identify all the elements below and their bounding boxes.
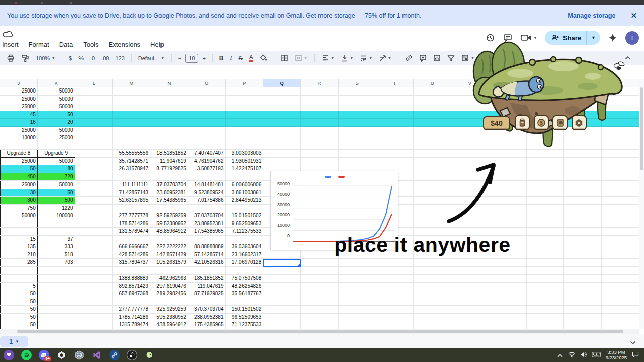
cell-N31[interactable]: 438.5964912: [150, 321, 188, 329]
cell-Z25[interactable]: [602, 275, 639, 283]
taskbar-discord-icon[interactable]: 9+: [38, 349, 49, 360]
cell-N7[interactable]: [150, 134, 188, 142]
account-avatar[interactable]: f: [625, 31, 639, 45]
column-header-N[interactable]: N: [150, 79, 188, 87]
cell-M18[interactable]: 178.5714286: [113, 220, 150, 228]
taskbar-visual-studio-icon[interactable]: [91, 349, 102, 360]
cell-X13[interactable]: [527, 181, 565, 189]
column-header-X[interactable]: X: [527, 79, 565, 87]
cell-J7[interactable]: 13000: [0, 134, 38, 142]
cell-S23[interactable]: [339, 259, 376, 267]
cell-P30[interactable]: 96.52509653: [226, 314, 264, 322]
cell-Y24[interactable]: [564, 267, 602, 275]
cell-X22[interactable]: [527, 251, 565, 259]
cell-R9[interactable]: [301, 150, 339, 158]
cell-X31[interactable]: [527, 321, 565, 329]
cell-Q4[interactable]: [263, 111, 301, 119]
inventory-jar-button[interactable]: [515, 115, 530, 130]
cell-R7[interactable]: [301, 134, 339, 142]
cell-M24[interactable]: [113, 267, 150, 275]
cell-J6[interactable]: 25000: [0, 127, 38, 135]
cell-O5[interactable]: [188, 119, 226, 127]
cell-Z21[interactable]: [602, 243, 639, 251]
cell-O21[interactable]: 88.88888889: [188, 243, 226, 251]
taskbar-github-icon[interactable]: [3, 349, 14, 360]
cell-K16[interactable]: 1220: [38, 205, 75, 213]
cell-J22[interactable]: 210: [0, 251, 38, 259]
column-header-M[interactable]: M: [113, 79, 150, 87]
cell-T27[interactable]: [376, 290, 414, 298]
cell-R25[interactable]: [301, 275, 339, 283]
cell-Z6[interactable]: [602, 127, 639, 135]
cell-J2[interactable]: 25000: [0, 96, 38, 104]
cell-K8[interactable]: [38, 142, 75, 150]
cell-L6[interactable]: [75, 127, 113, 135]
cell-T9[interactable]: [376, 150, 414, 158]
cell-L3[interactable]: [75, 103, 113, 111]
cell-R31[interactable]: [301, 321, 339, 329]
cell-J27[interactable]: 50: [0, 290, 38, 298]
cell-N4[interactable]: [150, 111, 188, 119]
cell-L13[interactable]: [75, 181, 113, 189]
cell-K26[interactable]: [38, 283, 75, 291]
cell-S9[interactable]: [339, 150, 376, 158]
cell-L24[interactable]: [75, 267, 113, 275]
text-rotation-button[interactable]: ▼: [377, 53, 394, 64]
cell-X23[interactable]: [527, 259, 565, 267]
cell-Y13[interactable]: [564, 181, 602, 189]
cell-O27[interactable]: 87.71929825: [188, 290, 226, 298]
cell-Y18[interactable]: [564, 220, 602, 228]
cell-J18[interactable]: [0, 220, 38, 228]
cell-Q27[interactable]: [263, 290, 301, 298]
cell-Q8[interactable]: [263, 142, 301, 150]
share-button[interactable]: Share ▼: [545, 31, 600, 45]
cell-M3[interactable]: [113, 103, 150, 111]
cell-J3[interactable]: 25000: [0, 103, 38, 111]
cell-S24[interactable]: [339, 267, 376, 275]
cell-R28[interactable]: [301, 298, 339, 306]
cell-K4[interactable]: 50: [38, 111, 75, 119]
cell-Q9[interactable]: [263, 150, 301, 158]
cell-S8[interactable]: [339, 142, 376, 150]
cell-Z3[interactable]: [602, 103, 639, 111]
cell-V26[interactable]: [451, 283, 489, 291]
banner-close-icon[interactable]: ✕: [630, 11, 637, 20]
cell-L15[interactable]: [75, 197, 113, 205]
taskbar-spotify-icon[interactable]: [21, 349, 32, 360]
cell-Y25[interactable]: [564, 275, 602, 283]
cell-Q31[interactable]: [263, 321, 301, 329]
menu-item-insert[interactable]: Insert: [0, 40, 24, 50]
cell-Z18[interactable]: [602, 220, 639, 228]
cell-M10[interactable]: 35.71428571: [113, 158, 150, 166]
cell-M11[interactable]: 26.31578947: [113, 165, 150, 173]
cell-Y20[interactable]: [564, 236, 602, 244]
cell-O24[interactable]: [188, 267, 226, 275]
column-header-R[interactable]: R: [301, 79, 339, 87]
cell-O30[interactable]: 238.0952381: [188, 314, 226, 322]
cell-K17[interactable]: 100000: [38, 212, 75, 220]
cell-U7[interactable]: [414, 134, 451, 142]
column-header-Y[interactable]: Y: [564, 79, 602, 87]
cell-X21[interactable]: [527, 243, 565, 251]
cell-P8[interactable]: [226, 142, 264, 150]
cell-M4[interactable]: [113, 111, 150, 119]
cell-Y11[interactable]: [564, 165, 602, 173]
cell-Q10[interactable]: [263, 158, 301, 166]
cell-N27[interactable]: 219.2982456: [150, 290, 188, 298]
cell-T26[interactable]: [376, 283, 414, 291]
cell-W3[interactable]: [489, 103, 527, 111]
cell-L30[interactable]: [75, 314, 113, 322]
cell-W2[interactable]: [489, 96, 527, 104]
cell-O20[interactable]: [188, 236, 226, 244]
cell-P25[interactable]: 75.07507508: [226, 275, 264, 283]
cell-P11[interactable]: 1.422475107: [226, 165, 264, 173]
zoom-select[interactable]: 100%▼: [33, 53, 58, 64]
cell-U5[interactable]: [414, 119, 451, 127]
cell-M6[interactable]: [113, 127, 150, 135]
borders-button[interactable]: [278, 53, 291, 64]
cell-V2[interactable]: [451, 96, 489, 104]
cell-R2[interactable]: [301, 96, 339, 104]
cell-N15[interactable]: 17.54385965: [150, 197, 188, 205]
menu-item-data[interactable]: Data: [54, 40, 78, 50]
cell-M19[interactable]: 131.5789474: [113, 228, 150, 236]
